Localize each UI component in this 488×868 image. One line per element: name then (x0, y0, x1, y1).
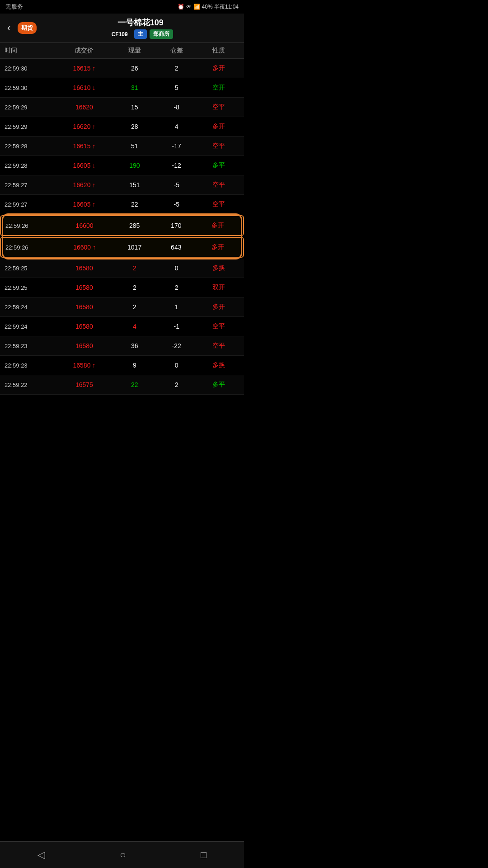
cell-volume: 151 (113, 181, 155, 189)
cell-pos-diff: -22 (155, 342, 197, 349)
cell-volume: 28 (113, 123, 155, 130)
cell-volume: 2 (113, 264, 155, 272)
cell-pos-diff: -17 (155, 142, 197, 150)
table-row[interactable]: 22:59:2616600 ↑1017643多开 (0, 237, 244, 258)
cell-price: 16610 ↓ (55, 84, 113, 91)
cell-time: 22:59:30 (5, 85, 55, 91)
cell-volume: 1017 (114, 244, 155, 251)
table-row[interactable]: 22:59:2616600285170多开 (0, 215, 244, 236)
table-row[interactable]: 22:59:251658022双开 (0, 278, 244, 297)
cell-price: 16580 (55, 264, 113, 272)
cell-nature: 双开 (197, 283, 239, 292)
cell-nature: 多开 (197, 243, 239, 251)
cell-pos-diff: -5 (155, 201, 197, 208)
cell-pos-diff: 4 (155, 123, 197, 130)
cell-nature: 多开 (197, 64, 239, 72)
cell-pos-diff: 5 (155, 84, 197, 91)
table-row[interactable]: 22:59:251658020多换 (0, 259, 244, 278)
title-sub: CF109 主 郑商所 (41, 29, 239, 39)
cell-pos-diff: 643 (155, 244, 197, 251)
cell-volume: 26 (113, 65, 155, 72)
table-row[interactable]: 22:59:241658021多开 (0, 297, 244, 317)
cell-pos-diff: 0 (155, 264, 197, 272)
cell-nature: 空平 (197, 181, 239, 189)
logo-box: 期货 (18, 22, 37, 34)
cell-nature: 多平 (197, 161, 239, 170)
cell-time: 22:59:27 (5, 201, 55, 208)
back-button[interactable]: ‹ (5, 22, 13, 34)
table-row[interactable]: 22:59:3016615 ↑262多开 (0, 59, 244, 78)
cell-pos-diff: 2 (155, 65, 197, 72)
main-badge[interactable]: 主 (134, 29, 147, 39)
title-area: 一号棉花109 CF109 主 郑商所 (41, 17, 239, 39)
cell-pos-diff: 2 (155, 284, 197, 291)
page-title: 一号棉花109 (41, 17, 239, 28)
cell-volume: 22 (113, 201, 155, 208)
status-bar: 无服务 ⏰ 👁 📶 40% 半夜11:04 (0, 0, 244, 14)
cell-time: 22:59:29 (5, 104, 55, 111)
cell-price: 16620 ↑ (55, 123, 113, 130)
cell-price: 16600 (56, 222, 114, 229)
cell-time: 22:59:26 (5, 222, 56, 229)
table-row[interactable]: 22:59:2716620 ↑151-5空平 (0, 175, 244, 195)
cell-time: 22:59:25 (5, 265, 55, 272)
cell-price: 16605 ↑ (55, 201, 113, 208)
cell-price: 16615 ↑ (55, 65, 113, 72)
cell-nature: 多开 (197, 303, 239, 311)
cell-time: 22:59:28 (5, 143, 55, 150)
cell-time: 22:59:27 (5, 182, 55, 189)
table-row[interactable]: 22:59:2716605 ↑22-5空平 (0, 195, 244, 214)
table-row[interactable]: 22:59:2816605 ↓190-12多平 (0, 156, 244, 175)
status-right: ⏰ 👁 📶 40% 半夜11:04 (178, 3, 239, 11)
col-price: 成交价 (55, 47, 113, 55)
cell-nature: 空平 (197, 103, 239, 111)
cell-nature: 多开 (197, 123, 239, 131)
carrier-label: 无服务 (5, 3, 23, 11)
table-row[interactable]: 22:59:24165804-1空平 (0, 317, 244, 336)
cell-pos-diff: -8 (155, 104, 197, 111)
cell-nature: 多换 (197, 361, 239, 369)
cell-time: 22:59:25 (5, 284, 55, 291)
eye-icon: 👁 (186, 4, 192, 10)
column-header: 时间 成交价 现量 仓差 性质 (0, 43, 244, 59)
cell-time: 22:59:26 (5, 244, 56, 251)
cell-nature: 空平 (197, 342, 239, 350)
cell-nature: 空平 (197, 200, 239, 208)
table-row[interactable]: 22:59:2916620 ↑284多开 (0, 117, 244, 137)
header: ‹ 期货 一号棉花109 CF109 主 郑商所 (0, 14, 244, 43)
trade-table: 22:59:3016615 ↑262多开22:59:3016610 ↓315空开… (0, 59, 244, 422)
cell-nature: 空开 (197, 84, 239, 92)
cell-volume: 190 (113, 162, 155, 169)
cell-price: 16605 ↓ (55, 162, 113, 169)
cell-nature: 空平 (197, 142, 239, 150)
table-row[interactable]: 22:59:291662015-8空平 (0, 98, 244, 117)
cell-volume: 2 (113, 303, 155, 311)
cell-time: 22:59:30 (5, 65, 55, 72)
alarm-icon: ⏰ (178, 4, 184, 10)
cell-price: 16575 (55, 381, 113, 388)
col-nature: 性质 (197, 47, 239, 55)
cell-volume: 285 (114, 222, 155, 229)
table-row[interactable]: 22:59:2816615 ↑51-17空平 (0, 137, 244, 156)
cell-pos-diff: -5 (155, 181, 197, 189)
cell-time: 22:59:23 (5, 362, 55, 369)
exchange-badge[interactable]: 郑商所 (150, 29, 173, 39)
table-row[interactable]: 22:59:231658036-22空平 (0, 336, 244, 356)
cell-price: 16580 (55, 284, 113, 291)
cell-price: 16580 ↑ (55, 362, 113, 369)
table-row[interactable]: 22:59:3016610 ↓315空开 (0, 78, 244, 98)
cell-time: 22:59:29 (5, 123, 55, 130)
cell-price: 16580 (55, 323, 113, 330)
code-label: CF109 (108, 30, 131, 38)
cell-time: 22:59:22 (5, 382, 55, 388)
table-row[interactable]: 22:59:2216575222多平 (0, 375, 244, 395)
cell-volume: 51 (113, 142, 155, 150)
cell-nature: 多开 (197, 222, 239, 230)
table-row[interactable]: 22:59:2316580 ↑90多换 (0, 356, 244, 375)
cell-nature: 多换 (197, 264, 239, 272)
cell-price: 16580 (55, 342, 113, 349)
cell-price: 16615 ↑ (55, 142, 113, 150)
cell-pos-diff: -12 (155, 162, 197, 169)
wifi-icon: 📶 (193, 4, 200, 10)
cell-volume: 2 (113, 284, 155, 291)
